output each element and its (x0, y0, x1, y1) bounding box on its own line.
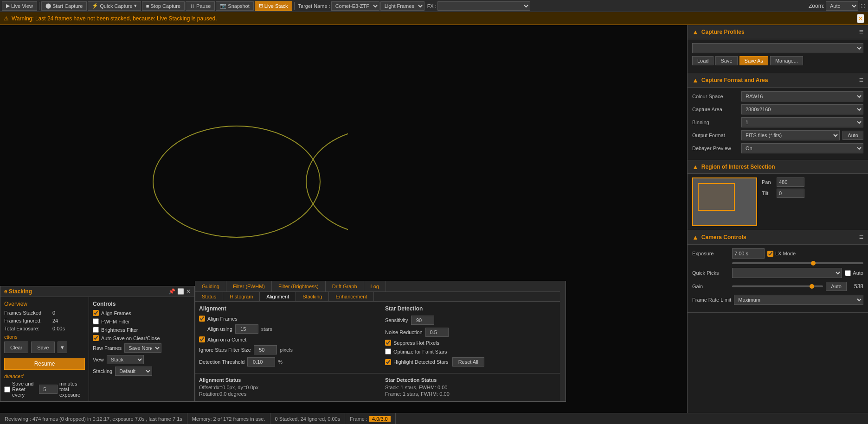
save-dropdown-button[interactable]: ▾ (58, 342, 67, 353)
stop-capture-button[interactable]: ■ Stop Capture (142, 1, 185, 11)
noise-reduction-spinner[interactable] (425, 328, 449, 337)
panel-pin-button[interactable]: 📌 (168, 288, 175, 295)
roi-canvas[interactable] (692, 177, 757, 226)
sub-tab-histogram[interactable]: Histogram (223, 292, 260, 301)
fx-dropdown[interactable] (437, 1, 530, 11)
star-detection-title: Star Detection (385, 305, 562, 312)
resume-button[interactable]: Resume (4, 358, 85, 370)
brightness-filter-checkbox[interactable] (93, 327, 99, 333)
capture-format-body: Colour Space RAW16 Capture Area 2880x216… (688, 88, 868, 160)
camera-controls-menu-icon[interactable]: ≡ (859, 233, 863, 241)
optimize-faint-stars-label: Optimize for Faint Stars (385, 348, 447, 354)
warning-close-button[interactable]: ✕ (857, 14, 864, 23)
quick-picks-dropdown[interactable] (732, 268, 842, 278)
sensitivity-spinner[interactable] (411, 316, 434, 325)
raw-frames-dropdown[interactable]: Save None (124, 343, 161, 353)
snapshot-button[interactable]: 📷 Snapshot (216, 1, 253, 11)
highlight-stars-checkbox[interactable] (385, 359, 391, 365)
warning-text: Warning: Last 24 frames have not been st… (12, 15, 217, 22)
tab-guiding[interactable]: Guiding (195, 281, 226, 291)
save-stack-button[interactable]: Save (31, 342, 55, 353)
lx-mode-checkbox[interactable] (767, 251, 773, 257)
manage-profiles-button[interactable]: Manage... (770, 56, 803, 65)
zoom-dropdown[interactable]: Auto (826, 1, 858, 11)
live-view-button[interactable]: ▶ Live View (2, 1, 37, 11)
sub-tab-status[interactable]: Status (195, 292, 223, 301)
roi-selection-box (698, 183, 735, 211)
capture-profiles-header: ▲ Capture Profiles ≡ (688, 25, 868, 39)
auto-quick-picks-label: Auto (845, 270, 863, 276)
live-stack-button[interactable]: ⊞ Live Stack (255, 1, 292, 11)
fwhm-filter-checkbox[interactable] (93, 318, 99, 324)
view-dropdown[interactable]: Stack (107, 355, 144, 364)
capture-area-dropdown[interactable]: 2880x2160 (741, 104, 863, 114)
auto-save-checkbox[interactable] (93, 335, 99, 341)
tilt-spinner[interactable] (777, 189, 804, 198)
align-frames-field-checkbox[interactable] (199, 316, 205, 322)
load-profile-button[interactable]: Load (692, 56, 714, 65)
align-frames-checkbox[interactable] (93, 310, 99, 316)
auto-quick-picks-checkbox[interactable] (845, 270, 851, 276)
exposure-slider[interactable] (732, 262, 863, 264)
start-icon: ⬤ (45, 3, 51, 9)
align-comet-checkbox[interactable] (199, 336, 205, 342)
ignore-stars-spinner[interactable] (254, 345, 277, 354)
view-ctrl: View Stack (93, 355, 178, 364)
stacking-dropdown[interactable]: Default (115, 367, 152, 376)
suppress-hot-pixels-checkbox[interactable] (385, 340, 391, 346)
reset-all-button[interactable]: Reset All (452, 357, 484, 367)
alignment-column: Alignment Align Frames Align using stars (199, 305, 376, 369)
output-format-dropdown[interactable]: FITS files (*.fits) (741, 130, 840, 140)
gain-slider[interactable] (732, 285, 823, 287)
status-bar: Reviewing : 474 frames (0 dropped) in 0:… (0, 413, 868, 424)
panel-close-button[interactable]: ✕ (186, 288, 191, 295)
binning-dropdown[interactable]: 1 (741, 117, 863, 127)
quick-capture-button[interactable]: ⚡ Quick Capture ▾ (88, 1, 141, 11)
auto-output-button[interactable]: Auto (842, 131, 863, 140)
capture-profiles-menu-icon[interactable]: ≡ (859, 28, 863, 36)
sub-tab-stacking[interactable]: Stacking (296, 292, 329, 301)
align-comet-label: Align on a Comet (199, 336, 246, 342)
pan-spinner[interactable] (777, 177, 804, 187)
detection-threshold-input[interactable] (247, 357, 275, 367)
gain-auto-button[interactable]: Auto (826, 282, 847, 291)
colour-space-dropdown[interactable]: RAW16 (741, 91, 863, 101)
capture-format-menu-icon[interactable]: ≡ (859, 76, 863, 84)
debayer-preview-dropdown[interactable]: On (741, 143, 863, 153)
save-profile-button[interactable]: Save (715, 56, 737, 65)
save-reset-checkbox[interactable] (4, 386, 10, 392)
frame-rate-dropdown[interactable]: Maximum (734, 295, 863, 305)
sub-tab-alignment[interactable]: Alignment (260, 292, 296, 301)
sub-tab-enhancement[interactable]: Enhancement (329, 292, 374, 301)
ignore-stars-field: Ignore Stars Filter Size pixels (199, 345, 376, 354)
tab-drift-graph[interactable]: Drift Graph (326, 281, 364, 291)
target-name-dropdown[interactable]: Comet-E3-ZTF (331, 1, 379, 11)
save-reset-spinner[interactable] (39, 385, 58, 394)
tab-filter-fwhm[interactable]: Filter (FWHM) (226, 281, 272, 291)
capture-format-header: ▲ Capture Format and Area ≡ (688, 73, 868, 88)
panel-resize-button[interactable]: ⬜ (177, 288, 184, 295)
save-as-profile-button[interactable]: Save As (739, 56, 768, 65)
frames-stacked-value: 0 (52, 310, 55, 316)
roi-canvas-area: Pan Tilt (692, 177, 863, 226)
zoom-fit-button[interactable]: ⛶ (860, 3, 866, 9)
pause-button[interactable]: ⏸ Pause (186, 1, 215, 11)
tab-log[interactable]: Log (364, 281, 386, 291)
clear-button[interactable]: Clear (4, 342, 28, 353)
start-capture-button[interactable]: ⬤ Start Capture (41, 1, 87, 11)
roi-title: ▲ Region of Interest Selection (692, 163, 775, 171)
brightness-filter-checkbox-label: Brightness Filter (93, 327, 138, 333)
frame-status: Frame : 4.0/3.0 (345, 413, 396, 424)
capture-profile-dropdown[interactable] (692, 43, 863, 53)
gain-slider-thumb (810, 284, 814, 289)
frame-type-dropdown[interactable]: Light Frames (380, 1, 424, 11)
exposure-input[interactable] (732, 248, 765, 259)
content-body: Alignment Align Frames Align using stars (195, 302, 566, 373)
tab-filter-brightness[interactable]: Filter (Brightness) (272, 281, 326, 291)
frames-ignored-value: 24 (52, 318, 58, 323)
optimize-faint-stars-checkbox[interactable] (385, 348, 391, 354)
roi-section: ▲ Region of Interest Selection Pan (688, 160, 868, 230)
star-detection-status-title: Star Detection Status (385, 377, 562, 383)
content-scrollbar[interactable] (560, 281, 566, 401)
align-using-spinner[interactable] (235, 324, 258, 334)
